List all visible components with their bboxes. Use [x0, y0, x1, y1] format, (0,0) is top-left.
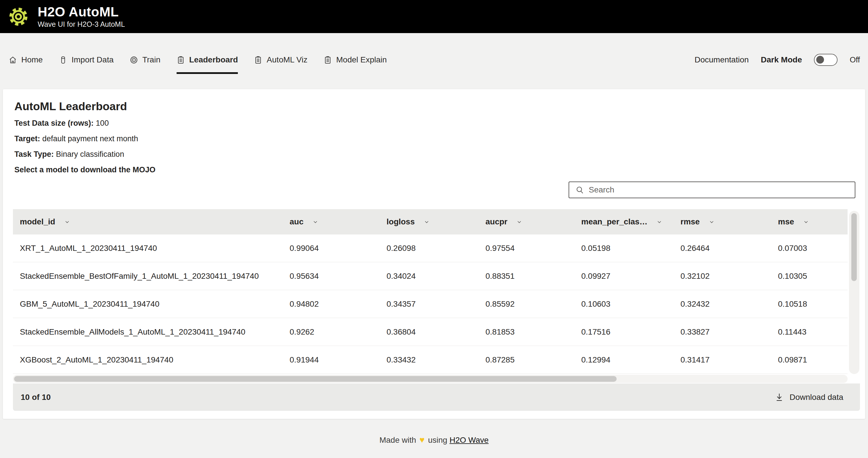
chevron-down-icon[interactable] — [656, 219, 663, 225]
nav-item-model-explain[interactable]: Model Explain — [323, 53, 387, 66]
cell-model-id: XGBoost_2_AutoML_1_20230411_194740 — [13, 355, 283, 365]
table-footer: 10 of 10 Download data — [13, 384, 860, 411]
cell-aucpr: 0.88351 — [478, 272, 575, 281]
column-label: logloss — [386, 217, 415, 226]
cell-aucpr: 0.87285 — [478, 355, 575, 365]
cell-model-id: StackedEnsemble_BestOfFamily_1_AutoML_1_… — [13, 272, 283, 281]
nav-item-train[interactable]: Train — [130, 53, 160, 66]
cell-logloss: 0.34357 — [380, 300, 478, 309]
meta-value: 100 — [96, 119, 109, 127]
column-header-rmse[interactable]: rmse — [674, 217, 771, 226]
table-row[interactable]: GBM_5_AutoML_1_20230411_194740 0.94802 0… — [13, 290, 847, 318]
column-header-auc[interactable]: auc — [283, 217, 380, 226]
table-body: XRT_1_AutoML_1_20230411_194740 0.99064 0… — [13, 235, 847, 374]
table-row[interactable]: XRT_1_AutoML_1_20230411_194740 0.99064 0… — [13, 235, 847, 263]
nav-item-automl-viz[interactable]: AutoML Viz — [254, 53, 307, 66]
cell-aucpr: 0.85592 — [478, 300, 575, 309]
horizontal-scrollbar-thumb[interactable] — [14, 376, 617, 382]
cell-auc: 0.91944 — [283, 355, 380, 365]
cell-model-id: GBM_5_AutoML_1_20230411_194740 — [13, 300, 283, 309]
cell-logloss: 0.36804 — [380, 327, 478, 337]
column-label: aucpr — [486, 217, 507, 226]
chevron-down-icon[interactable] — [423, 219, 430, 225]
column-header-mse[interactable]: mse — [771, 217, 847, 226]
download-icon — [775, 393, 784, 402]
cell-mse: 0.11443 — [771, 327, 847, 337]
nav-item-leaderboard[interactable]: Leaderboard — [177, 53, 238, 66]
clipboard-list-icon — [177, 56, 185, 64]
search-input[interactable] — [589, 182, 855, 197]
leaderboard-table: model_id auc logloss aucpr mean_per_clas… — [13, 209, 860, 383]
table-row[interactable]: StackedEnsemble_BestOfFamily_1_AutoML_1_… — [13, 263, 847, 290]
nav-bar: Home Import Data Train Leaderboard — [0, 33, 868, 77]
chevron-down-icon[interactable] — [803, 219, 809, 225]
using-text: using — [428, 435, 447, 445]
nav-item-import-data[interactable]: Import Data — [59, 53, 114, 66]
page-footer: Made with ♥ using H2O Wave — [0, 435, 868, 445]
cell-mse: 0.10518 — [771, 300, 847, 309]
cell-mean-per-class-error: 0.10603 — [575, 300, 674, 309]
chevron-down-icon[interactable] — [708, 219, 715, 225]
app-subtitle: Wave UI for H2O-3 AutoML — [38, 20, 125, 29]
cell-auc: 0.9262 — [283, 327, 380, 337]
cell-model-id: StackedEnsemble_AllModels_1_AutoML_1_202… — [13, 327, 283, 337]
cell-mean-per-class-error: 0.05198 — [575, 244, 674, 253]
app-header: H2O AutoML Wave UI for H2O-3 AutoML — [0, 0, 868, 33]
gear-logo-icon — [7, 5, 30, 29]
select-model-prompt: Select a model to download the MOJO — [14, 165, 156, 174]
toggle-knob — [816, 56, 824, 64]
cell-rmse: 0.33827 — [674, 327, 771, 337]
cell-mean-per-class-error: 0.09927 — [575, 272, 674, 281]
app-title: H2O AutoML — [38, 5, 125, 19]
cell-aucpr: 0.81853 — [478, 327, 575, 337]
clipboard-list-icon — [254, 56, 262, 64]
nav-item-home[interactable]: Home — [9, 53, 43, 66]
column-label: mean_per_clas… — [581, 217, 647, 226]
cell-mse: 0.07003 — [771, 244, 847, 253]
table-row[interactable]: StackedEnsemble_AllModels_1_AutoML_1_202… — [13, 318, 847, 346]
search-box — [568, 182, 855, 198]
column-header-mean-per-class-error[interactable]: mean_per_clas… — [575, 217, 674, 226]
meta-label: Task Type: — [14, 150, 54, 158]
meta-value: Binary classification — [56, 150, 124, 158]
column-header-model-id[interactable]: model_id — [13, 217, 283, 226]
leaderboard-card: AutoML Leaderboard Test Data size (rows)… — [3, 89, 865, 419]
column-label: mse — [778, 217, 794, 226]
cell-mse: 0.09871 — [771, 355, 847, 365]
chevron-down-icon[interactable] — [516, 219, 523, 225]
meta-label: Test Data size (rows): — [14, 119, 94, 127]
column-header-logloss[interactable]: logloss — [380, 217, 478, 226]
documentation-link[interactable]: Documentation — [694, 55, 749, 64]
download-data-button[interactable]: Download data — [775, 393, 843, 402]
row-count-status: 10 of 10 — [21, 393, 51, 402]
chevron-down-icon[interactable] — [312, 219, 319, 225]
nav-item-label: Import Data — [72, 55, 114, 64]
column-label: auc — [290, 217, 303, 226]
cell-auc: 0.99064 — [283, 244, 380, 253]
cell-aucpr: 0.97554 — [478, 244, 575, 253]
cell-mean-per-class-error: 0.12994 — [575, 355, 674, 365]
cell-rmse: 0.32102 — [674, 272, 771, 281]
horizontal-scrollbar[interactable] — [13, 375, 847, 383]
cell-logloss: 0.34024 — [380, 272, 478, 281]
h2o-wave-link[interactable]: H2O Wave — [450, 435, 489, 445]
dark-mode-state: Off — [849, 56, 860, 64]
cell-rmse: 0.26464 — [674, 244, 771, 253]
search-icon — [576, 186, 584, 194]
meta-value: default payment next month — [42, 134, 138, 143]
dark-mode-toggle[interactable] — [814, 54, 838, 66]
cell-logloss: 0.26098 — [380, 244, 478, 253]
chevron-down-icon[interactable] — [64, 219, 70, 225]
target-icon — [130, 56, 138, 64]
database-icon — [59, 56, 67, 64]
nav-item-label: Home — [21, 55, 43, 64]
vertical-scrollbar[interactable] — [849, 211, 859, 374]
column-label: rmse — [680, 217, 700, 226]
column-header-aucpr[interactable]: aucpr — [478, 217, 575, 226]
cell-mean-per-class-error: 0.17516 — [575, 327, 674, 337]
cell-auc: 0.95634 — [283, 272, 380, 281]
meta-test-data-size: Test Data size (rows): 100 — [14, 119, 109, 128]
vertical-scrollbar-thumb[interactable] — [851, 213, 857, 281]
table-row[interactable]: XGBoost_2_AutoML_1_20230411_194740 0.919… — [13, 346, 847, 374]
dark-mode-label: Dark Mode — [761, 55, 802, 64]
